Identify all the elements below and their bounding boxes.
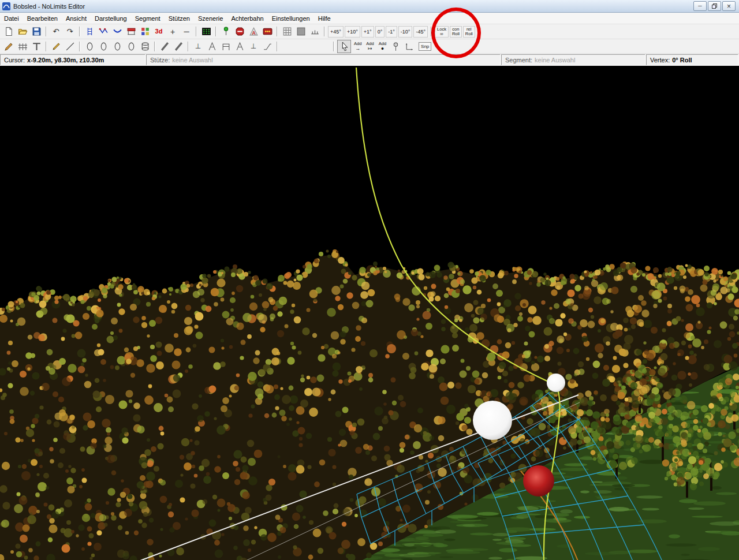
menu-item-darstellung[interactable]: Darstellung	[91, 14, 131, 23]
add-roll-point-button[interactable]: Add→	[353, 41, 363, 51]
control-point-sphere-small[interactable]	[547, 374, 565, 392]
stop-marker-button[interactable]	[233, 25, 246, 38]
angle-button-plus10deg[interactable]: +10°	[345, 26, 360, 38]
viewport-3d[interactable]	[0, 66, 739, 560]
select-cursor-button[interactable]	[337, 40, 351, 53]
menu-item-segment[interactable]: Segment	[131, 14, 165, 23]
angle-buttons: +45°+10°+1°0°-1°-10°-45°	[327, 26, 428, 38]
ruler-toggle-button[interactable]	[308, 25, 321, 38]
line-tool-button[interactable]	[64, 40, 76, 53]
toolbar1-buttons: ↶↷3d+─A	[2, 25, 327, 38]
vertex-sphere-red[interactable]	[523, 465, 554, 496]
footer-i-button[interactable]: ⊥	[192, 40, 204, 53]
relative-roll-button[interactable]: relRoll	[463, 26, 475, 38]
axes-tool-button[interactable]	[403, 40, 416, 53]
tube-large-button[interactable]	[111, 40, 124, 53]
beam-tool-2-button[interactable]	[172, 40, 185, 53]
footer-i-2-button[interactable]: ⊥	[247, 40, 260, 53]
menu-item-stuetzen[interactable]: Stützen	[165, 14, 194, 23]
track-vertex-view-button[interactable]	[97, 25, 110, 38]
maximize-button[interactable]	[708, 1, 721, 11]
lock-roll-button[interactable]: Lock∞	[435, 26, 449, 38]
new-file-button[interactable]	[2, 25, 15, 38]
support-fence-tool-button[interactable]	[16, 40, 29, 53]
pole-marker-button[interactable]	[219, 25, 232, 38]
open-file-button[interactable]	[16, 25, 29, 38]
toolbar-spacer	[280, 46, 331, 47]
toolbar-separator	[431, 27, 432, 36]
support-t-tool-button[interactable]	[30, 40, 43, 53]
pencil-tool-button[interactable]	[50, 40, 62, 53]
status-cursor-panel: Cursor: x-9.20m, y8.30m, z10.30m	[0, 54, 145, 65]
cursor-button-slot	[337, 40, 352, 53]
angle-button-minus45deg[interactable]: -45°	[413, 26, 428, 38]
toolbar-separator	[188, 42, 189, 51]
app-icon	[2, 2, 10, 10]
angle-button-minus1deg[interactable]: -1°	[386, 26, 397, 38]
shading-toggle-button[interactable]	[294, 25, 307, 38]
save-button[interactable]	[30, 25, 43, 38]
window-controls: ─×	[693, 1, 737, 11]
close-button[interactable]: ×	[722, 1, 736, 11]
footer-frame-button[interactable]	[219, 40, 232, 53]
pin-tool-button[interactable]	[389, 40, 402, 53]
roll-buttons: Lock∞conRollrelRoll	[434, 26, 476, 38]
station-view-button[interactable]	[125, 25, 137, 38]
add-vertex-button[interactable]: Add●	[378, 41, 387, 51]
flange-button[interactable]	[261, 40, 274, 53]
menu-item-achterbahn[interactable]: Achterbahn	[227, 14, 267, 23]
tunnel-marker-button[interactable]: A	[247, 25, 260, 38]
vertex-value: 0° Roll	[672, 57, 692, 64]
3d-view-button[interactable]: 3d	[152, 25, 165, 38]
angle-button-0deg[interactable]: 0°	[375, 26, 385, 38]
tube-small-button[interactable]	[83, 40, 96, 53]
extra-buttons	[389, 40, 416, 53]
minimize-button[interactable]: ─	[693, 1, 707, 11]
angle-button-plus1deg[interactable]: +1°	[361, 26, 374, 38]
scene-canvas	[0, 66, 739, 560]
footer-a-frame-button[interactable]	[206, 40, 218, 53]
snap-button[interactable]: Snp	[419, 42, 431, 51]
control-point-sphere-large[interactable]	[473, 401, 512, 440]
toolbar-separator	[215, 27, 217, 36]
toolbar-separator	[277, 27, 278, 36]
add-segment-button[interactable]: Add↦	[365, 41, 375, 51]
menu-item-szenerie[interactable]: Szenerie	[194, 14, 227, 23]
toolbar-separator	[79, 42, 80, 51]
track-lattice-view-button[interactable]	[83, 25, 96, 38]
support-label: Stütze:	[150, 57, 170, 64]
cylinder-support-button[interactable]	[139, 40, 151, 53]
flatten-button[interactable]: ─	[180, 25, 193, 38]
grid-toggle-button[interactable]	[281, 25, 293, 38]
footer-a-frame-2-button[interactable]	[233, 40, 246, 53]
support-value: keine Auswahl	[172, 57, 212, 64]
toolbar-main: ↶↷3d+─A +45°+10°+1°0°-1°-10°-45° Lock∞co…	[0, 24, 739, 39]
toolbar-separator	[154, 42, 155, 51]
segment-colors-button[interactable]	[139, 25, 151, 38]
status-support-panel: Stütze: keine Auswahl	[146, 54, 501, 65]
continuous-roll-button[interactable]: conRoll	[450, 26, 462, 38]
angle-button-plus45deg[interactable]: +45°	[328, 26, 344, 38]
segment-value: keine Auswahl	[535, 57, 575, 64]
beam-tool-button[interactable]	[158, 40, 171, 53]
redo-button[interactable]: ↷	[64, 25, 76, 38]
menu-item-einstellungen[interactable]: Einstellungen	[268, 14, 314, 23]
tube-xlarge-button[interactable]	[125, 40, 137, 53]
angle-button-minus10deg[interactable]: -10°	[398, 26, 413, 38]
menu-item-ansicht[interactable]: Ansicht	[62, 14, 91, 23]
menu-item-hilfe[interactable]: Hilfe	[314, 14, 335, 23]
undo-button[interactable]: ↶	[50, 25, 62, 38]
crosshair-button[interactable]: +	[166, 25, 179, 38]
tube-medium-button[interactable]	[97, 40, 110, 53]
toolbar-separator	[333, 42, 334, 51]
track-curve-view-button[interactable]	[111, 25, 124, 38]
signal-panel-button[interactable]	[261, 25, 274, 38]
brush-tool-button[interactable]	[2, 40, 15, 53]
title-bar: Bobsled - NoLimits Editor ─×	[0, 0, 739, 13]
menu-item-datei[interactable]: Datei	[0, 14, 23, 23]
status-segment-panel: Segment: keine Auswahl	[501, 54, 645, 65]
matrix-display-button[interactable]	[200, 25, 212, 38]
segment-label: Segment:	[505, 57, 532, 64]
menu-item-bearbeiten[interactable]: Bearbeiten	[23, 14, 62, 23]
cursor-label: Cursor:	[4, 57, 25, 64]
